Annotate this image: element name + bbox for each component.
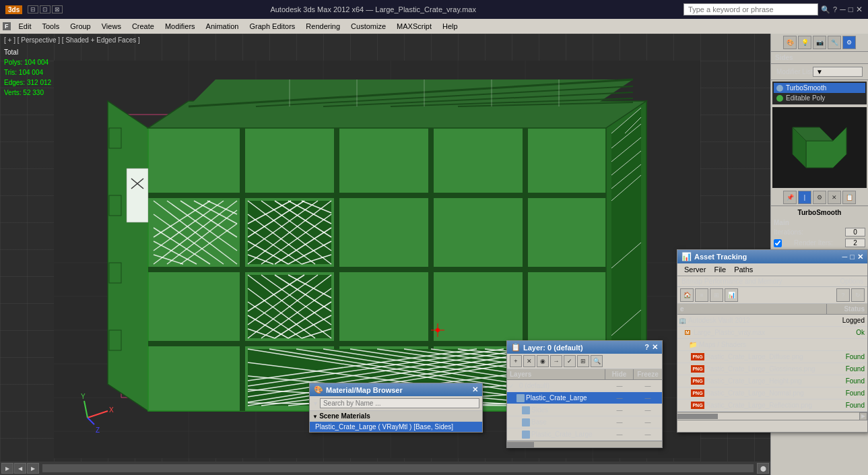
help-icon[interactable]: ?: [833, 5, 837, 13]
menu-customize[interactable]: Customize: [345, 19, 391, 34]
at-row-height[interactable]: PNG Plastic_Crate_Large_Height.png Found: [677, 375, 867, 387]
at-minimize[interactable]: ─: [842, 253, 848, 261]
mod-remove[interactable]: ✕: [828, 191, 841, 204]
at-row-vault[interactable]: 🏢 Autodesk Vault 2012 Logged: [677, 315, 867, 327]
search-input[interactable]: [683, 3, 818, 15]
menu-edit2[interactable]: Edit: [13, 19, 37, 34]
at-close[interactable]: ✕: [857, 253, 863, 261]
lm-plastic-hide[interactable]: —: [605, 395, 634, 402]
lm-plastic2-freeze[interactable]: —: [634, 431, 662, 438]
lm-sides-freeze[interactable]: —: [634, 407, 662, 414]
mb-scene-materials[interactable]: Scene Materials: [310, 411, 482, 422]
at-options[interactable]: Options: [840, 278, 863, 285]
menu-graph-editors[interactable]: Graph Editors: [244, 19, 300, 34]
lm-scrollbar[interactable]: [507, 441, 662, 447]
frame-back[interactable]: ◀: [14, 463, 26, 474]
lm-row-plastic2[interactable]: Plastic_Crate_Large — —: [507, 429, 662, 441]
at-menu-file[interactable]: File: [710, 265, 730, 274]
lm-btn-move[interactable]: →: [550, 355, 562, 367]
ts-renderiter-input[interactable]: [845, 239, 865, 247]
ts-iterations-input[interactable]: [845, 228, 865, 236]
timeline-bar[interactable]: [42, 464, 754, 472]
menu-animation[interactable]: Animation: [201, 19, 244, 34]
mb-close[interactable]: ✕: [472, 385, 478, 394]
at-scrollbar[interactable]: ▶: [677, 412, 867, 420]
menu-rendering[interactable]: Rendering: [300, 19, 345, 34]
lm-default-hide[interactable]: —: [605, 383, 634, 389]
maximize-button[interactable]: □: [848, 5, 853, 14]
lm-row-sides[interactable]: Sides — —: [507, 404, 662, 416]
window-icons[interactable]: ⊟ ⊡ ⊠: [28, 5, 63, 13]
menu-group[interactable]: Group: [65, 19, 96, 34]
lm-row-plastic[interactable]: Plastic_Crate_Large — —: [507, 392, 662, 404]
at-row-max-file[interactable]: M Large_Plastic_vray.max Ok: [677, 327, 867, 339]
rp-btn-1[interactable]: 🎨: [783, 36, 797, 49]
at-row-normal[interactable]: PNG Plastic_Crate_Large_Normal.png Found: [677, 387, 867, 400]
mod-settings[interactable]: ⚙: [813, 191, 826, 204]
mb-material-item[interactable]: Plastic_Crate_Large ( VRayMtl ) [Base, S…: [310, 422, 482, 432]
at-row-diffuse[interactable]: PNG Plastic_Crate_Large_Diffuse.png Foun…: [677, 351, 867, 363]
lm-plastic2-hide[interactable]: —: [605, 431, 634, 438]
at-scroll-right[interactable]: ▶: [859, 412, 867, 420]
at-menu-paths[interactable]: Paths: [730, 265, 757, 274]
lm-btn-box[interactable]: ⊞: [577, 355, 589, 367]
menu-tools[interactable]: Tools: [36, 19, 65, 34]
menu-maxscript[interactable]: MAXScript: [391, 19, 437, 34]
at-btn-3[interactable]: ⊞: [710, 288, 723, 302]
at-btn-help[interactable]: ?: [836, 288, 850, 302]
search-icon[interactable]: 🔍: [821, 5, 830, 14]
menu-create[interactable]: Create: [127, 19, 160, 34]
rp-btn-5[interactable]: ⚙: [842, 36, 856, 49]
at-row-reflection[interactable]: PNG Plastic_Crate_Large_Reflection.png F…: [677, 400, 867, 412]
menu-modifiers[interactable]: Modifiers: [160, 19, 201, 34]
modifier-list-dropdown[interactable]: ▼: [813, 67, 863, 77]
lm-row-default[interactable]: ✓ 0 (default) — —: [507, 380, 662, 392]
lm-btn-new[interactable]: +: [510, 355, 522, 367]
keying-button[interactable]: ⬤: [757, 463, 769, 474]
win-icon-1[interactable]: ⊟: [28, 5, 38, 13]
modifier-turbosmooth[interactable]: TurboSmooth: [774, 83, 865, 93]
at-row-maps-folder[interactable]: 📁 Maps / Shaders: [677, 339, 867, 351]
lm-base-freeze[interactable]: —: [634, 419, 662, 426]
lm-row-base[interactable]: Base — —: [507, 416, 662, 429]
menu-help[interactable]: Help: [437, 19, 463, 34]
at-row-gloss[interactable]: PNG Plastic_Crate_Large_Glossiness.png F…: [677, 363, 867, 375]
mod-pin[interactable]: 📌: [783, 191, 797, 204]
lm-default-freeze[interactable]: —: [634, 383, 662, 389]
rp-btn-3[interactable]: 📷: [813, 36, 826, 49]
ts-renderiter-checkbox[interactable]: [774, 239, 782, 247]
lm-sides-hide[interactable]: —: [605, 407, 634, 414]
modifier-editable-poly[interactable]: Editable Poly: [774, 93, 865, 103]
lm-btn-del[interactable]: ✕: [523, 355, 535, 367]
at-maximize[interactable]: □: [850, 253, 855, 261]
at-btn-1[interactable]: 🏠: [680, 288, 694, 302]
lm-btn-find[interactable]: 🔍: [591, 355, 603, 367]
win-icon-3[interactable]: ⊠: [52, 5, 63, 13]
rp-btn-2[interactable]: 💡: [798, 36, 811, 49]
lm-btn-cur[interactable]: ✓: [564, 355, 576, 367]
lm-scrollbar-thumb[interactable]: [507, 442, 534, 447]
menu-file[interactable]: F: [0, 19, 13, 34]
lm-plastic-freeze[interactable]: —: [634, 395, 662, 402]
mod-active[interactable]: |: [798, 191, 811, 204]
frame-fwd[interactable]: ▶: [27, 463, 39, 474]
at-title-controls[interactable]: ─ □ ✕: [842, 253, 863, 261]
at-btn-2[interactable]: ≡: [695, 288, 708, 302]
close-button[interactable]: ✕: [856, 5, 863, 14]
lm-btn-sel[interactable]: ◉: [537, 355, 549, 367]
at-btn-4[interactable]: 📊: [725, 288, 738, 302]
lm-base-hide[interactable]: —: [605, 419, 634, 426]
mb-search-input[interactable]: [320, 398, 479, 408]
play-button[interactable]: ▶: [1, 463, 13, 474]
at-scrollbar-thumb[interactable]: [677, 414, 718, 419]
at-menu-server[interactable]: Server: [680, 265, 710, 274]
menu-views[interactable]: Views: [96, 19, 127, 34]
at-btn-refresh[interactable]: ↻: [851, 288, 865, 302]
lm-question[interactable]: ?: [644, 343, 649, 352]
lm-controls[interactable]: ? ✕: [644, 343, 658, 352]
win-icon-2[interactable]: ⊡: [40, 5, 51, 13]
lm-close[interactable]: ✕: [652, 343, 658, 352]
mod-copy[interactable]: 📋: [842, 191, 856, 204]
rp-btn-4[interactable]: 🔧: [828, 36, 841, 49]
minimize-button[interactable]: ─: [840, 5, 846, 14]
